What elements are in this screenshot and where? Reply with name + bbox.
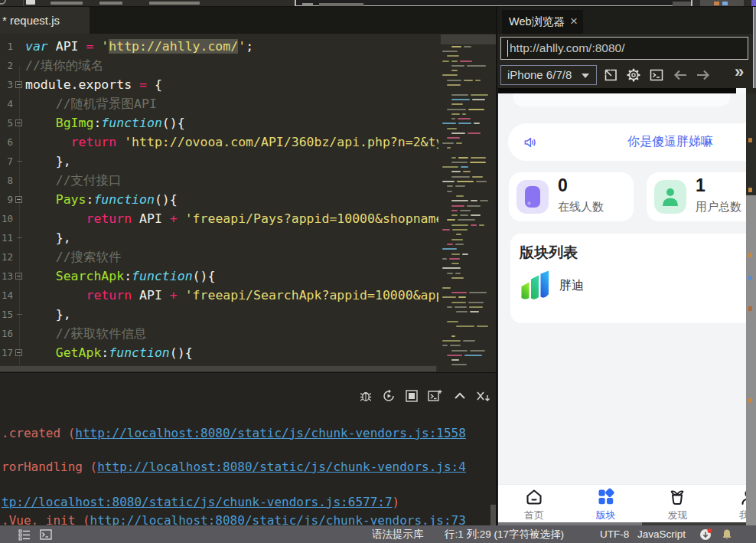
fold-icon[interactable]: [15, 349, 22, 356]
button-label-sliver: [722, 2, 728, 5]
line-number: 12: [0, 247, 13, 267]
tab-label: 我的: [713, 509, 746, 522]
scroll-annotation: [748, 306, 752, 311]
stop-icon[interactable]: [404, 388, 419, 404]
stat-card-users[interactable]: 1 用户总数: [647, 172, 746, 221]
encoding-status[interactable]: UTF-8: [600, 525, 629, 543]
code-line[interactable]: 1var API = 'http://ahlly.com/';: [0, 37, 438, 56]
code-line[interactable]: 17 GetApk:function(){: [0, 343, 438, 362]
code-line[interactable]: 3module.exports = {: [0, 75, 438, 94]
editor-horizontal-scrollbar[interactable]: [0, 365, 438, 372]
stat-value: 0: [558, 175, 568, 196]
toolbar-item[interactable]: [51, 2, 83, 5]
code-line[interactable]: 15 },: [0, 305, 438, 324]
toolbar-search-input[interactable]: [295, 0, 692, 7]
new-terminal-icon[interactable]: [427, 388, 442, 404]
window-corner: [751, 0, 756, 6]
fold-icon[interactable]: [15, 196, 22, 203]
code-area[interactable]: 1var API = 'http://ahlly.com/';2//填你的域名3…: [0, 34, 438, 365]
stack-trace-link[interactable]: http://localhost:8080/static/js/chunk-ve…: [90, 513, 466, 525]
code-line[interactable]: 10 return API + 'freeapi/Pays?appid=1000…: [0, 209, 438, 228]
main-toolbar: [0, 0, 756, 7]
viewport-top-band: [498, 88, 736, 93]
code-line[interactable]: 11 },: [0, 228, 438, 247]
console-log-line: .created (http://localhost:8080/static/j…: [2, 425, 466, 441]
cursor-position-status[interactable]: 行:1 列:29 (17字符被选择): [445, 525, 564, 543]
basket-icon: [667, 487, 687, 507]
code-text: var API = 'http://ahlly.com/';: [25, 37, 253, 56]
line-number: 8: [0, 171, 13, 190]
code-line[interactable]: 6 return 'http://ovooa.com/API/360bz/api…: [0, 132, 438, 152]
toolbar-item[interactable]: [149, 2, 200, 5]
syntax-hint-status[interactable]: 语法提示库: [372, 525, 424, 543]
stat-card-online[interactable]: 0 在线人数: [509, 172, 634, 221]
gear-icon[interactable]: [626, 67, 641, 83]
right-scrollbar-thumb[interactable]: [746, 195, 756, 525]
tab-home[interactable]: 首页: [498, 485, 570, 522]
line-number: 1: [0, 37, 13, 56]
line-number: 6: [0, 132, 13, 152]
tab-discover[interactable]: 发现: [642, 485, 714, 522]
tab-web-browser[interactable]: Web浏览器 ×: [502, 10, 583, 34]
tab-mine[interactable]: 我的: [713, 485, 746, 522]
code-line[interactable]: 4 //随机背景图API: [0, 94, 438, 113]
toolbar-button[interactable]: [700, 0, 744, 7]
console-toggle-icon[interactable]: [40, 528, 52, 541]
terminal-icon[interactable]: [649, 67, 664, 83]
code-line[interactable]: 9 Pays:function(){: [0, 190, 438, 209]
minimap-viewport[interactable]: [441, 34, 496, 44]
url-input[interactable]: http://ahlly.com/:8080/: [500, 37, 748, 60]
code-text: return API + 'freeapi/SearchApk?appid=10…: [25, 286, 438, 305]
bell-icon[interactable]: [721, 528, 733, 541]
open-external-icon[interactable]: [603, 67, 618, 83]
board-logo[interactable]: [520, 270, 550, 301]
fold-icon[interactable]: [15, 81, 22, 88]
code-line[interactable]: 5 BgImg:function(){: [0, 113, 438, 132]
search-scope-button[interactable]: [673, 2, 691, 7]
stack-trace-link[interactable]: http://localhost:8080/static/js/chunk-ve…: [75, 426, 466, 440]
code-line[interactable]: 13 SearchApk:function(){: [0, 267, 438, 286]
viewport-top-corner: [736, 88, 746, 93]
language-status[interactable]: JavaScript: [637, 525, 686, 543]
device-icon-tile: [516, 180, 549, 214]
scrollbar-thumb[interactable]: [0, 366, 436, 371]
code-line[interactable]: 14 return API + 'freeapi/SearchApk?appid…: [0, 286, 438, 305]
fold-icon[interactable]: [15, 119, 22, 126]
close-panel-icon[interactable]: [475, 388, 490, 404]
stack-trace-link[interactable]: http://localhost:8080/static/js/chunk-ve…: [97, 460, 466, 474]
debug-bug-icon[interactable]: [358, 388, 373, 404]
collapse-panel-icon[interactable]: [452, 388, 468, 404]
text-caret: [507, 40, 508, 57]
code-line[interactable]: 8 //支付接口: [0, 171, 438, 190]
url-text: http://ahlly.com/:8080/: [510, 41, 625, 54]
forward-icon[interactable]: [696, 67, 711, 83]
tab-request-js[interactable]: * request.js: [0, 7, 90, 34]
restart-icon[interactable]: [381, 388, 396, 404]
console-panel[interactable]: .created (http://localhost:8080/static/j…: [0, 372, 497, 525]
code-line[interactable]: 12 //搜索软件: [0, 247, 438, 267]
right-scrollbar-track[interactable]: [746, 93, 756, 195]
board-name[interactable]: 胖迪: [559, 278, 584, 294]
toolbar-file-icon[interactable]: [26, 0, 35, 5]
chevron-down-icon: [582, 74, 589, 78]
close-icon[interactable]: ×: [570, 10, 578, 33]
update-icon[interactable]: [699, 528, 712, 541]
code-editor[interactable]: 1var API = 'http://ahlly.com/';2//填你的域名3…: [0, 34, 497, 372]
toolbar-item[interactable]: [99, 2, 122, 5]
toolbar-icon[interactable]: [0, 0, 6, 5]
toolbar-overflow-icon[interactable]: »: [735, 62, 742, 82]
back-icon[interactable]: [673, 67, 688, 83]
code-line[interactable]: 7 },: [0, 152, 438, 171]
notice-bar[interactable]: 你是傻逼胖娣嘛: [508, 123, 746, 161]
device-select[interactable]: iPhone 6/7/8: [500, 65, 597, 85]
fold-icon[interactable]: [15, 273, 22, 280]
scroll-annotation: [748, 253, 752, 257]
code-text: Pays:function(){: [25, 190, 178, 209]
code-line[interactable]: 16 //获取软件信息: [0, 324, 438, 343]
stack-trace-link[interactable]: tp://localhost:8080/static/js/chunk-vend…: [2, 495, 393, 509]
tab-boards[interactable]: 版块: [570, 485, 642, 522]
fold-end-icon: [17, 237, 22, 238]
minimap[interactable]: [441, 34, 496, 372]
outline-list-icon[interactable]: [18, 528, 31, 541]
code-line[interactable]: 2//填你的域名: [0, 56, 438, 75]
